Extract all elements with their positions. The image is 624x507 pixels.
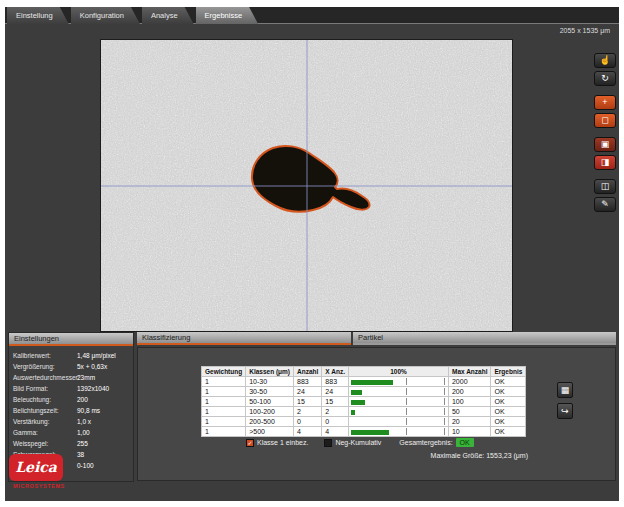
count-bar-cell <box>348 377 448 387</box>
count-bar-cell <box>348 427 448 437</box>
neg-cumulative-checkbox[interactable] <box>324 439 332 447</box>
setting-row: Vergrößerung:5x + 0,63x <box>13 361 130 372</box>
hand-tool-button[interactable]: ☝ <box>594 53 616 68</box>
image-viewport[interactable] <box>100 39 513 332</box>
chart-button[interactable]: ▦ <box>557 382 573 398</box>
max-size-label: Maximale Größe: <box>431 452 485 459</box>
setting-row: Gamma:1,00 <box>13 427 130 438</box>
microscope-image <box>101 40 512 331</box>
count-bar <box>351 380 393 385</box>
settings-list: Kalibrierwert:1,48 μm/pixel Vergrößerung… <box>9 346 133 471</box>
neg-cumulative-label: Neg-Kumulativ <box>335 439 381 446</box>
count-bar-cell <box>348 387 448 397</box>
classification-panel: Gewichtung Klassen (μm) Anzahl X Anz. 10… <box>137 347 616 481</box>
result-side-buttons: ▦ ↪ <box>557 382 573 419</box>
setting-row: Kalibrierwert:1,48 μm/pixel <box>13 350 130 361</box>
leica-logo-subtitle: MICROSYSTEMS <box>9 483 69 489</box>
leica-logo-mark: Leica <box>9 454 63 481</box>
view-3d-button[interactable]: ◫ <box>594 179 616 194</box>
count-bar <box>351 430 389 435</box>
setting-row: Beleuchtung:200 <box>13 394 130 405</box>
image-dimensions-label: 2055 x 1535 μm <box>560 27 610 34</box>
layer-tool-button[interactable]: ▣ <box>594 137 616 152</box>
count-bar-cell <box>348 407 448 417</box>
tab-konfiguration[interactable]: Konfiguration <box>71 7 140 24</box>
result-controls: ✓ Klasse 1 einbez. Neg-Kumulativ Gesamte… <box>246 438 474 447</box>
max-size-value: 1553,23 (μm) <box>486 452 528 459</box>
max-size-line: Maximale Größe: 1553,23 (μm) <box>138 452 528 459</box>
count-bar-cell <box>348 397 448 407</box>
main-tabbar: Einstellung Konfiguration Analyse Ergebn… <box>5 7 619 24</box>
tool-palette: ☝ ↻ + ◻ ▣ ◨ ◫ ✎ <box>594 53 616 212</box>
tab-analyse[interactable]: Analyse <box>142 7 194 24</box>
table-row[interactable]: 1>50044 10OK <box>202 427 526 437</box>
rotate-tool-button[interactable]: ↻ <box>594 71 616 86</box>
tab-einstellung[interactable]: Einstellung <box>7 7 69 24</box>
count-bar <box>351 390 362 395</box>
application-window: Einstellung Konfiguration Analyse Ergebn… <box>5 7 619 501</box>
report-button[interactable]: ↪ <box>557 403 573 419</box>
setting-row: Auswertedurchmesser:23mm <box>13 372 130 383</box>
setting-row: Belichtungszeit:90,8 ms <box>13 405 130 416</box>
table-row[interactable]: 1100-20022 50OK <box>202 407 526 417</box>
class-include-label: Klasse 1 einbez. <box>257 439 308 446</box>
leica-logo: Leica MICROSYSTEMS <box>9 454 69 489</box>
edit-tool-button[interactable]: ✎ <box>594 197 616 212</box>
setting-row: Bild Format:1392x1040 <box>13 383 130 394</box>
table-row[interactable]: 1200-50000 20OK <box>202 417 526 427</box>
settings-panel-title: Einstellungen <box>9 333 133 346</box>
count-bar <box>351 400 365 405</box>
tab-klassifizierung[interactable]: Klassifizierung <box>137 332 351 345</box>
tab-partikel[interactable]: Partikel <box>353 332 616 345</box>
table-row[interactable]: 130-502424 200OK <box>202 387 526 397</box>
total-result-label: Gesamtergebnis: <box>399 439 452 446</box>
shape-region-button[interactable]: ◻ <box>594 113 616 128</box>
table-row[interactable]: 150-1001515 100OK <box>202 397 526 407</box>
count-bar <box>351 410 355 415</box>
total-result-badge: OK <box>456 438 474 447</box>
table-header-row: Gewichtung Klassen (μm) Anzahl X Anz. 10… <box>202 367 526 377</box>
classification-table: Gewichtung Klassen (μm) Anzahl X Anz. 10… <box>201 366 526 437</box>
setting-row: Verstärkung:1,0 x <box>13 416 130 427</box>
table-row[interactable]: 110-30883883 2000OK <box>202 377 526 387</box>
count-bar-cell <box>348 417 448 427</box>
setting-row: Weisspegel:255 <box>13 438 130 449</box>
class-include-checkbox[interactable]: ✓ <box>246 439 254 447</box>
add-region-button[interactable]: + <box>594 95 616 110</box>
tab-ergebnisse[interactable]: Ergebnisse <box>196 7 259 24</box>
mask-tool-button[interactable]: ◨ <box>594 155 616 170</box>
